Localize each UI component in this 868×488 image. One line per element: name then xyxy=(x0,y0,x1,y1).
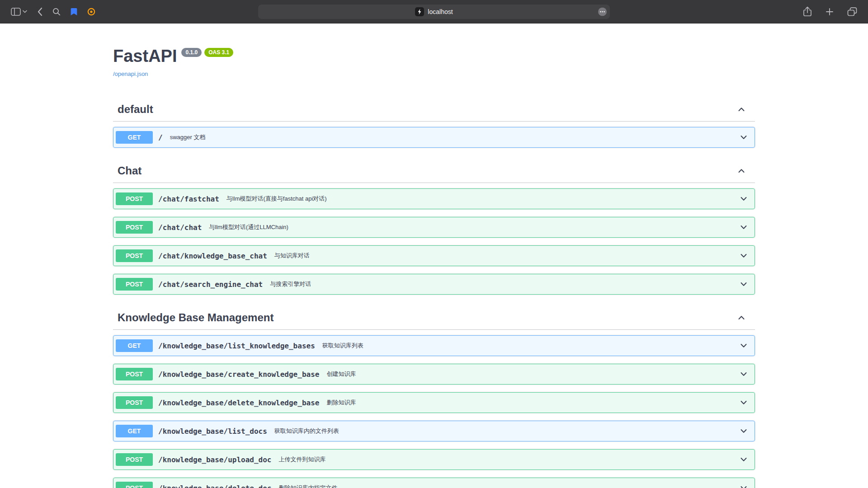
tab-overview-button[interactable] xyxy=(844,5,861,19)
chevron-down-icon xyxy=(739,223,748,232)
chevron-down-icon xyxy=(23,10,27,13)
endpoint-summary: 与搜索引擎对话 xyxy=(270,280,311,288)
endpoint-list: GET/knowledge_base/list_knowledge_bases获… xyxy=(113,330,755,488)
expand-endpoint-button[interactable] xyxy=(739,427,749,436)
expand-endpoint-button[interactable] xyxy=(739,223,749,232)
section-title: Knowledge Base Management xyxy=(118,311,274,324)
chevron-down-icon xyxy=(739,251,748,260)
collapse-section-button[interactable] xyxy=(737,313,746,322)
expand-endpoint-button[interactable] xyxy=(739,133,749,142)
title-badges: 0.1.0 OAS 3.1 xyxy=(181,48,233,57)
endpoint-summary: 上传文件到知识库 xyxy=(278,455,326,464)
chevron-down-icon xyxy=(739,427,748,436)
endpoint-summary: 删除知识库内指定文件 xyxy=(278,484,337,488)
collapse-section-button[interactable] xyxy=(737,105,746,114)
endpoint-summary: 与llm模型对话(直接与fastchat api对话) xyxy=(226,195,327,203)
section-header[interactable]: Chat xyxy=(113,159,755,183)
endpoint-row[interactable]: POST/chat/chat与llm模型对话(通过LLMChain) xyxy=(113,217,755,238)
endpoint-row[interactable]: POST/chat/fastchat与llm模型对话(直接与fastchat a… xyxy=(113,188,755,209)
endpoint-summary: 删除知识库 xyxy=(326,399,356,407)
endpoint-path: /knowledge_base/delete_doc xyxy=(158,484,271,488)
endpoint-row[interactable]: POST/chat/search_engine_chat与搜索引擎对话 xyxy=(113,274,755,295)
method-badge: GET xyxy=(116,425,153,437)
endpoint-path: /knowledge_base/upload_doc xyxy=(158,455,271,464)
collapse-section-button[interactable] xyxy=(737,166,746,175)
endpoint-summary: swagger 文档 xyxy=(170,133,206,141)
ellipsis-more-icon xyxy=(598,7,607,16)
endpoint-summary: 创建知识库 xyxy=(326,370,356,378)
share-icon xyxy=(803,6,812,17)
section-title: default xyxy=(118,103,153,116)
sidebar-toggle-icon xyxy=(11,8,21,16)
address-bar-wrap: localhost xyxy=(258,5,610,19)
endpoint-summary: 获取知识库内的文件列表 xyxy=(274,427,339,435)
chevron-up-icon xyxy=(737,313,746,322)
share-button[interactable] xyxy=(799,4,816,19)
endpoint-summary: 与llm模型对话(通过LLMChain) xyxy=(209,223,288,231)
api-sections: defaultGET/swagger 文档ChatPOST/chat/fastc… xyxy=(113,98,755,488)
endpoint-row[interactable]: POST/knowledge_base/create_knowledge_bas… xyxy=(113,364,755,385)
toolbar-right-group xyxy=(799,4,861,19)
endpoint-path: /knowledge_base/delete_knowledge_base xyxy=(158,399,319,407)
endpoint-row[interactable]: POST/knowledge_base/upload_doc上传文件到知识库 xyxy=(113,449,755,470)
method-badge: POST xyxy=(116,453,153,466)
endpoint-path: /chat/search_engine_chat xyxy=(158,280,263,289)
method-badge: POST xyxy=(116,221,153,234)
api-section: defaultGET/swagger 文档 xyxy=(113,98,755,159)
expand-endpoint-button[interactable] xyxy=(739,280,749,289)
method-badge: POST xyxy=(116,482,153,488)
swagger-ui: FastAPI 0.1.0 OAS 3.1 /openapi.json defa… xyxy=(113,23,755,488)
page-title: FastAPI xyxy=(113,46,177,66)
chevron-down-icon xyxy=(739,133,748,142)
address-url-text: localhost xyxy=(428,8,453,15)
version-badge: 0.1.0 xyxy=(181,48,202,57)
api-section: ChatPOST/chat/fastchat与llm模型对话(直接与fastch… xyxy=(113,159,755,306)
tabs-overview-icon xyxy=(847,7,857,16)
method-badge: GET xyxy=(116,131,153,144)
method-badge: POST xyxy=(116,249,153,262)
endpoint-list: GET/swagger 文档 xyxy=(113,122,755,159)
website-settings-button[interactable] xyxy=(598,7,607,16)
expand-endpoint-button[interactable] xyxy=(739,455,749,464)
browser-toolbar: localhost xyxy=(0,0,868,23)
expand-endpoint-button[interactable] xyxy=(739,251,749,260)
toolbar-left-group xyxy=(7,5,99,19)
pinned-tab-bookmark-button[interactable] xyxy=(67,5,81,19)
chevron-down-icon xyxy=(739,455,748,464)
chevron-down-icon xyxy=(739,370,748,379)
method-badge: POST xyxy=(116,396,153,409)
chevron-down-icon xyxy=(739,398,748,407)
endpoint-path: /chat/knowledge_base_chat xyxy=(158,252,267,260)
endpoint-row[interactable]: GET/knowledge_base/list_knowledge_bases获… xyxy=(113,335,755,356)
endpoint-row[interactable]: POST/knowledge_base/delete_knowledge_bas… xyxy=(113,392,755,413)
endpoint-row[interactable]: POST/chat/knowledge_base_chat与知识库对话 xyxy=(113,245,755,266)
method-badge: POST xyxy=(116,192,153,205)
search-button[interactable] xyxy=(49,5,64,19)
section-header[interactable]: default xyxy=(113,98,755,122)
endpoint-path: /knowledge_base/list_docs xyxy=(158,427,267,436)
pinned-tab-target-button[interactable] xyxy=(84,5,99,19)
endpoint-row[interactable]: GET/swagger 文档 xyxy=(113,127,755,148)
new-tab-plus-icon xyxy=(826,8,834,16)
sidebar-toggle-button[interactable] xyxy=(7,5,31,19)
expand-endpoint-button[interactable] xyxy=(739,370,749,379)
bookmark-pin-icon xyxy=(71,8,77,16)
openapi-spec-link[interactable]: /openapi.json xyxy=(113,70,148,77)
expand-endpoint-button[interactable] xyxy=(739,194,749,203)
endpoint-row[interactable]: GET/knowledge_base/list_docs获取知识库内的文件列表 xyxy=(113,421,755,441)
target-pin-icon xyxy=(87,8,95,16)
back-button[interactable] xyxy=(33,5,46,19)
new-tab-button[interactable] xyxy=(822,5,837,19)
expand-endpoint-button[interactable] xyxy=(739,398,749,407)
endpoint-row[interactable]: POST/knowledge_base/delete_doc删除知识库内指定文件 xyxy=(113,478,755,488)
endpoint-summary: 获取知识库列表 xyxy=(322,342,363,350)
endpoint-summary: 与知识库对话 xyxy=(274,252,310,260)
chevron-down-icon xyxy=(739,194,748,203)
expand-endpoint-button[interactable] xyxy=(739,483,749,488)
method-badge: GET xyxy=(116,339,153,352)
address-bar[interactable]: localhost xyxy=(258,5,610,19)
endpoint-path: /knowledge_base/create_knowledge_base xyxy=(158,370,319,379)
expand-endpoint-button[interactable] xyxy=(739,341,749,350)
section-header[interactable]: Knowledge Base Management xyxy=(113,306,755,330)
back-icon xyxy=(37,7,42,16)
